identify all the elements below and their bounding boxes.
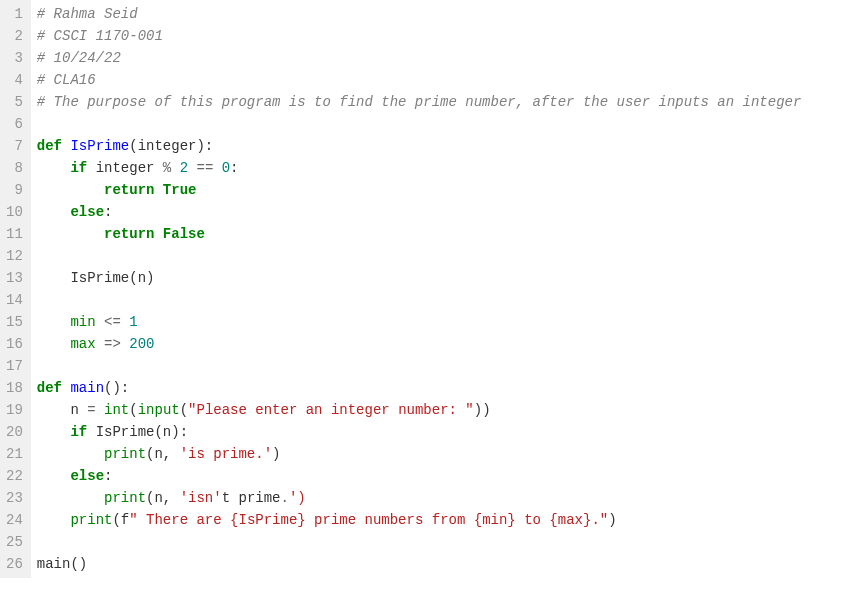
code-token: if <box>70 424 87 440</box>
code-line: # The purpose of this program is to find… <box>37 91 866 113</box>
line-number: 23 <box>6 487 23 509</box>
code-token: n <box>37 402 87 418</box>
line-number: 17 <box>6 355 23 377</box>
code-token <box>37 468 71 484</box>
code-token: # 10/24/22 <box>37 50 121 66</box>
code-token: == <box>196 160 213 176</box>
line-number: 9 <box>6 179 23 201</box>
code-token <box>37 314 71 330</box>
code-token <box>37 446 104 462</box>
code-token: def <box>37 380 62 396</box>
code-token: ') <box>289 490 306 506</box>
code-line: if integer % 2 == 0: <box>37 157 866 179</box>
code-token: => <box>104 336 121 352</box>
code-editor-content: # Rahma Seid# CSCI 1170-001# 10/24/22# C… <box>31 0 866 578</box>
code-token <box>213 160 221 176</box>
code-token: # The purpose of this program is to find… <box>37 94 802 110</box>
code-token: ) <box>272 446 280 462</box>
code-token <box>96 314 104 330</box>
code-token <box>37 160 71 176</box>
code-token: else <box>70 468 104 484</box>
code-line: # Rahma Seid <box>37 3 866 25</box>
code-token <box>171 160 179 176</box>
code-token: 2 <box>180 160 188 176</box>
code-line: else: <box>37 465 866 487</box>
code-token: def <box>37 138 62 154</box>
code-token <box>37 512 71 528</box>
line-number: 16 <box>6 333 23 355</box>
line-number: 20 <box>6 421 23 443</box>
code-token: (integer): <box>129 138 213 154</box>
code-token <box>37 204 71 220</box>
code-line: if IsPrime(n): <box>37 421 866 443</box>
code-token: main() <box>37 556 87 572</box>
code-token: min <box>70 314 95 330</box>
code-line: return True <box>37 179 866 201</box>
code-line <box>37 355 866 377</box>
code-token: # CLA16 <box>37 72 96 88</box>
code-token: = <box>87 402 95 418</box>
code-token: <= <box>104 314 121 330</box>
code-line: def main(): <box>37 377 866 399</box>
code-token: IsPrime(n) <box>37 270 155 286</box>
code-token: prime numbers from <box>306 512 474 528</box>
code-token: (n, <box>146 490 180 506</box>
code-token: True <box>163 182 197 198</box>
code-token <box>37 182 104 198</box>
code-line: max => 200 <box>37 333 866 355</box>
code-token: t prime <box>222 490 281 506</box>
line-number: 19 <box>6 399 23 421</box>
code-token: print <box>104 490 146 506</box>
line-number: 22 <box>6 465 23 487</box>
code-line: min <= 1 <box>37 311 866 333</box>
code-token <box>37 226 104 242</box>
code-token: print <box>70 512 112 528</box>
line-number: 15 <box>6 311 23 333</box>
code-token: )) <box>474 402 491 418</box>
code-token: integer <box>87 160 163 176</box>
code-token: "Please enter an integer number: " <box>188 402 474 418</box>
code-line: # CSCI 1170-001 <box>37 25 866 47</box>
line-number: 1 <box>6 3 23 25</box>
code-line <box>37 113 866 135</box>
code-token <box>96 336 104 352</box>
code-token: (f <box>112 512 129 528</box>
code-token: : <box>230 160 238 176</box>
code-line: n = int(input("Please enter an integer n… <box>37 399 866 421</box>
code-token: IsPrime <box>70 138 129 154</box>
code-token: . <box>280 490 288 506</box>
code-line: return False <box>37 223 866 245</box>
line-number: 21 <box>6 443 23 465</box>
line-number: 14 <box>6 289 23 311</box>
line-number: 3 <box>6 47 23 69</box>
code-token: 'isn' <box>180 490 222 506</box>
line-number: 2 <box>6 25 23 47</box>
code-token: else <box>70 204 104 220</box>
line-number: 6 <box>6 113 23 135</box>
code-line <box>37 531 866 553</box>
code-token <box>37 490 104 506</box>
line-number-gutter: 1234567891011121314151617181920212223242… <box>0 0 31 578</box>
line-number: 26 <box>6 553 23 575</box>
code-token: " There are <box>129 512 230 528</box>
code-line: print(n, 'is prime.') <box>37 443 866 465</box>
code-token: to <box>516 512 550 528</box>
code-token: ( <box>180 402 188 418</box>
code-token: if <box>70 160 87 176</box>
code-line <box>37 245 866 267</box>
line-number: 25 <box>6 531 23 553</box>
code-token: : <box>104 468 112 484</box>
code-token: 'is prime.' <box>180 446 272 462</box>
line-number: 11 <box>6 223 23 245</box>
code-token: ( <box>129 402 137 418</box>
code-line: print(f" There are {IsPrime} prime numbe… <box>37 509 866 531</box>
code-token: max <box>70 336 95 352</box>
code-token: input <box>138 402 180 418</box>
line-number: 7 <box>6 135 23 157</box>
code-line: print(n, 'isn't prime.') <box>37 487 866 509</box>
code-token <box>37 336 71 352</box>
code-token: # Rahma Seid <box>37 6 138 22</box>
code-token <box>121 336 129 352</box>
code-token: 0 <box>222 160 230 176</box>
code-token: int <box>104 402 129 418</box>
